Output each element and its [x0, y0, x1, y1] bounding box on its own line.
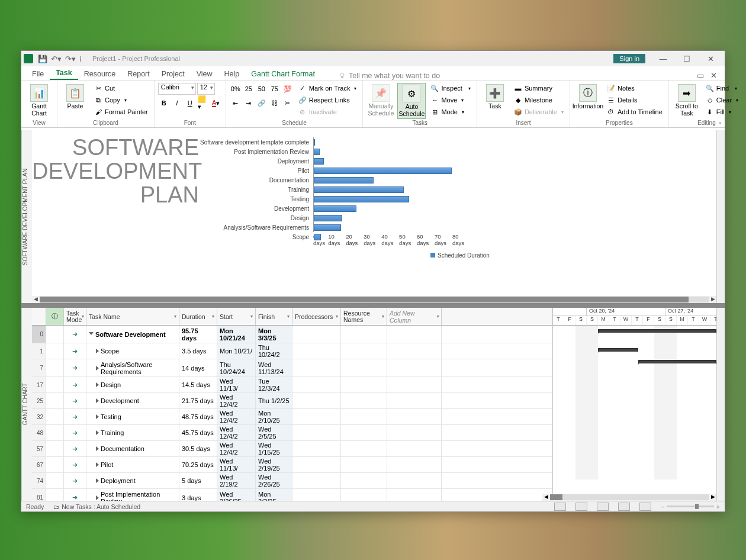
- mark-on-track-button[interactable]: ✓Mark on Track▾: [296, 83, 359, 94]
- ribbon-display-button[interactable]: ▭: [694, 71, 707, 80]
- tab-resource[interactable]: Resource: [78, 68, 122, 80]
- minimize-button[interactable]: —: [651, 54, 675, 63]
- table-row[interactable]: 0➜Software Development95.75 daysMon 10/2…: [32, 326, 552, 343]
- expand-icon[interactable]: [96, 478, 99, 483]
- report-hscroll[interactable]: ◀▶: [32, 296, 716, 303]
- underline-button[interactable]: U: [184, 97, 196, 109]
- save-icon[interactable]: 💾: [38, 54, 47, 63]
- respect-links-button[interactable]: 🔗Respect Links: [296, 95, 359, 105]
- find-button[interactable]: 🔍Find▾: [703, 83, 741, 94]
- split-button[interactable]: ✂: [282, 97, 294, 109]
- tab-view[interactable]: View: [191, 68, 218, 80]
- zoom-in-button[interactable]: +: [716, 503, 720, 510]
- col-predecessors[interactable]: Predecessors▾: [292, 308, 341, 325]
- gantt-chart-button[interactable]: 📊 Gantt Chart: [25, 83, 53, 118]
- expand-icon[interactable]: [96, 349, 99, 353]
- tab-gantt-format[interactable]: Gantt Chart Format: [245, 68, 321, 80]
- italic-button[interactable]: I: [171, 97, 183, 109]
- table-row[interactable]: 74➜Deployment5 daysWed 2/19/2Wed 2/26/25: [32, 473, 552, 489]
- tab-file[interactable]: File: [26, 68, 50, 80]
- fill-button[interactable]: ⬇Fill▾: [703, 107, 741, 117]
- tab-help[interactable]: Help: [218, 68, 246, 80]
- view-gantt-button[interactable]: [554, 503, 566, 511]
- scroll-to-task-button[interactable]: ➡ Scroll to Task: [673, 83, 701, 118]
- deliverable-button[interactable]: 📦Deliverable▾: [512, 107, 566, 117]
- gantt-vscroll[interactable]: [716, 308, 725, 501]
- report-vscroll[interactable]: [716, 130, 725, 303]
- col-add-new[interactable]: Add New Column▾: [387, 308, 442, 325]
- pct100-button[interactable]: 💯: [282, 83, 294, 95]
- move-button[interactable]: ↔Move▾: [428, 95, 472, 105]
- col-finish[interactable]: Finish▾: [256, 308, 292, 325]
- col-task-name[interactable]: Task Name▾: [86, 308, 179, 325]
- view-report-button[interactable]: [639, 503, 651, 511]
- view-team-button[interactable]: [597, 503, 609, 511]
- expand-icon[interactable]: [96, 430, 99, 435]
- details-button[interactable]: ☰Details: [604, 95, 665, 105]
- fill-color-button[interactable]: 🟨▾: [197, 97, 209, 109]
- tab-report[interactable]: Report: [121, 68, 156, 80]
- col-start[interactable]: Start▾: [217, 308, 256, 325]
- table-row[interactable]: 57➜Documentation30.5 daysWed 12/4/2Wed 1…: [32, 441, 552, 457]
- close-button[interactable]: ✕: [699, 54, 722, 63]
- close-ribbon-button[interactable]: ✕: [707, 71, 720, 80]
- paste-button[interactable]: 📋 Paste: [61, 83, 89, 111]
- pct0-button[interactable]: 0%: [230, 83, 242, 95]
- add-timeline-button[interactable]: ⏱Add to Timeline: [604, 107, 665, 117]
- table-row[interactable]: 17➜Design14.5 daysWed 11/13/Tue 12/3/24: [32, 377, 552, 393]
- pct50-button[interactable]: 50: [256, 83, 268, 95]
- table-row[interactable]: 1➜Scope3.5 daysMon 10/21/Thu 10/24/2: [32, 343, 552, 359]
- clear-button[interactable]: ◇Clear▾: [703, 95, 741, 105]
- notes-button[interactable]: 📝Notes: [604, 83, 665, 94]
- expand-icon[interactable]: [96, 398, 99, 403]
- font-size-combo[interactable]: 12: [197, 83, 215, 95]
- inspect-button[interactable]: 🔍Inspect▾: [428, 83, 472, 94]
- font-family-combo[interactable]: Calibri: [158, 83, 196, 95]
- expand-icon[interactable]: [96, 366, 99, 371]
- link-button[interactable]: 🔗: [256, 97, 268, 109]
- summary-button[interactable]: ▬Summary: [512, 83, 566, 94]
- expand-icon[interactable]: [96, 462, 99, 467]
- mode-button[interactable]: ⊞Mode▾: [428, 107, 472, 117]
- zoom-out-button[interactable]: −: [661, 503, 664, 510]
- table-row[interactable]: 32➜Testing48.75 daysWed 12/4/2Mon 2/10/2…: [32, 409, 552, 425]
- bold-button[interactable]: B: [158, 97, 170, 109]
- pct25-button[interactable]: 25: [243, 83, 255, 95]
- indent-button[interactable]: ⇥: [243, 97, 255, 109]
- col-duration[interactable]: Duration▾: [179, 308, 217, 325]
- gantt-hscroll[interactable]: ◀▶: [542, 494, 716, 501]
- expand-icon[interactable]: [96, 495, 99, 500]
- duration-chart[interactable]: Software development template completePo…: [210, 130, 716, 303]
- gantt-chart[interactable]: Oct 20, '24 Oct 27, '24 TFSSMTWTFSSMTWT: [553, 308, 716, 501]
- col-task-mode[interactable]: Task Mode▾: [64, 308, 86, 325]
- pct75-button[interactable]: 75: [269, 83, 281, 95]
- table-row[interactable]: 48➜Training45.75 daysWed 12/4/2Wed 2/5/2…: [32, 425, 552, 441]
- col-rownum[interactable]: [32, 308, 46, 325]
- view-task-usage-button[interactable]: [575, 503, 587, 511]
- table-row[interactable]: 81➜Post Implementation Review3 daysWed 2…: [32, 489, 552, 501]
- task-insert-button[interactable]: ➕ Task: [481, 83, 509, 111]
- view-resource-button[interactable]: [618, 503, 630, 511]
- redo-icon[interactable]: ↷▾: [65, 54, 76, 63]
- undo-icon[interactable]: ↶▾: [51, 54, 62, 63]
- milestone-button[interactable]: ◆Milestone: [512, 95, 566, 105]
- outdent-button[interactable]: ⇤: [230, 97, 242, 109]
- information-button[interactable]: ⓘ Information: [574, 83, 602, 111]
- cut-button[interactable]: ✂Cut: [92, 83, 150, 94]
- table-row[interactable]: 7➜Analysis/Software Requirements14 daysT…: [32, 359, 552, 377]
- expand-icon[interactable]: [96, 414, 99, 419]
- inactivate-button[interactable]: ⊘Inactivate: [296, 107, 359, 117]
- auto-schedule-button[interactable]: ⚙ Auto Schedule: [397, 83, 426, 119]
- tab-task[interactable]: Task: [50, 67, 78, 80]
- unlink-button[interactable]: ⛓: [269, 97, 281, 109]
- expand-icon[interactable]: [96, 382, 99, 387]
- font-color-button[interactable]: A▾: [210, 97, 222, 109]
- table-row[interactable]: 25➜Development21.75 daysWed 12/4/2Thu 1/…: [32, 393, 552, 409]
- signin-button[interactable]: Sign in: [613, 54, 645, 63]
- tellme-search[interactable]: Tell me what you want to do: [339, 72, 440, 80]
- expand-icon[interactable]: [96, 446, 99, 451]
- tab-project[interactable]: Project: [156, 68, 191, 80]
- collapse-ribbon-button[interactable]: ⌄: [718, 118, 722, 125]
- copy-button[interactable]: ⧉Copy▾: [92, 95, 150, 105]
- expand-icon[interactable]: [89, 332, 94, 335]
